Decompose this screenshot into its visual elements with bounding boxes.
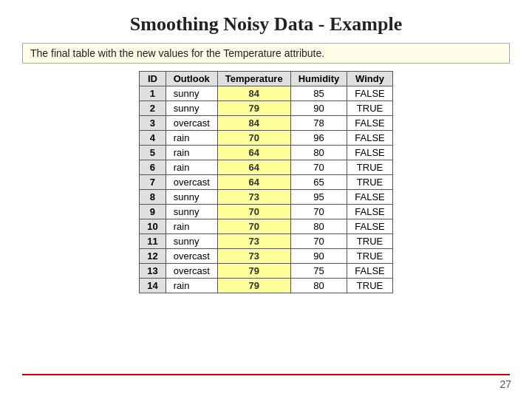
cell-temperature: 70 xyxy=(217,205,290,219)
cell-id: 11 xyxy=(140,234,166,249)
cell-id: 5 xyxy=(140,146,166,160)
col-header-windy: Windy xyxy=(347,72,392,86)
table-row: 10rain7080FALSE xyxy=(140,219,393,234)
cell-windy: FALSE xyxy=(347,190,392,205)
cell-humidity: 95 xyxy=(290,190,347,205)
table-row: 11sunny7370TRUE xyxy=(140,234,393,249)
cell-windy: FALSE xyxy=(347,146,392,160)
cell-temperature: 73 xyxy=(217,249,290,264)
cell-temperature: 84 xyxy=(217,86,290,101)
table-row: 5rain6480FALSE xyxy=(140,146,393,160)
table-row: 7overcast6465TRUE xyxy=(140,175,393,190)
cell-windy: FALSE xyxy=(347,205,392,219)
cell-outlook: rain xyxy=(166,131,217,146)
cell-outlook: sunny xyxy=(166,101,217,116)
cell-outlook: overcast xyxy=(166,249,217,264)
cell-outlook: rain xyxy=(166,146,217,160)
cell-windy: TRUE xyxy=(347,249,392,264)
table-row: 3overcast8478FALSE xyxy=(140,116,393,131)
table-row: 6rain6470TRUE xyxy=(140,160,393,175)
cell-temperature: 79 xyxy=(217,264,290,279)
cell-humidity: 90 xyxy=(290,249,347,264)
cell-humidity: 90 xyxy=(290,101,347,116)
cell-windy: TRUE xyxy=(347,279,392,293)
page-title: Smoothing Noisy Data - Example xyxy=(0,0,532,43)
cell-id: 10 xyxy=(140,219,166,234)
bottom-line xyxy=(22,374,510,375)
cell-windy: TRUE xyxy=(347,234,392,249)
cell-windy: FALSE xyxy=(347,131,392,146)
cell-id: 3 xyxy=(140,116,166,131)
cell-outlook: sunny xyxy=(166,190,217,205)
table-row: 14rain7980TRUE xyxy=(140,279,393,293)
col-header-temperature: Temperature xyxy=(217,72,290,86)
cell-temperature: 79 xyxy=(217,279,290,293)
data-table-wrapper: ID Outlook Temperature Humidity Windy 1s… xyxy=(0,71,532,293)
cell-temperature: 73 xyxy=(217,190,290,205)
table-row: 13overcast7975FALSE xyxy=(140,264,393,279)
cell-humidity: 78 xyxy=(290,116,347,131)
cell-outlook: rain xyxy=(166,219,217,234)
cell-outlook: sunny xyxy=(166,205,217,219)
cell-outlook: rain xyxy=(166,279,217,293)
cell-windy: FALSE xyxy=(347,86,392,101)
cell-id: 14 xyxy=(140,279,166,293)
cell-humidity: 70 xyxy=(290,160,347,175)
cell-outlook: sunny xyxy=(166,234,217,249)
cell-windy: FALSE xyxy=(347,116,392,131)
cell-windy: TRUE xyxy=(347,160,392,175)
cell-humidity: 75 xyxy=(290,264,347,279)
subtitle-box: The final table with the new values for … xyxy=(22,43,510,64)
cell-id: 8 xyxy=(140,190,166,205)
cell-outlook: overcast xyxy=(166,175,217,190)
table-row: 12overcast7390TRUE xyxy=(140,249,393,264)
cell-windy: FALSE xyxy=(347,264,392,279)
col-header-outlook: Outlook xyxy=(166,72,217,86)
cell-humidity: 85 xyxy=(290,86,347,101)
table-row: 4rain7096FALSE xyxy=(140,131,393,146)
cell-temperature: 84 xyxy=(217,116,290,131)
cell-outlook: rain xyxy=(166,160,217,175)
cell-windy: TRUE xyxy=(347,175,392,190)
cell-id: 7 xyxy=(140,175,166,190)
cell-humidity: 80 xyxy=(290,279,347,293)
cell-id: 1 xyxy=(140,86,166,101)
table-row: 8sunny7395FALSE xyxy=(140,190,393,205)
cell-humidity: 70 xyxy=(290,205,347,219)
cell-humidity: 65 xyxy=(290,175,347,190)
cell-temperature: 70 xyxy=(217,131,290,146)
table-row: 1sunny8485FALSE xyxy=(140,86,393,101)
page-number: 27 xyxy=(499,378,511,390)
cell-id: 4 xyxy=(140,131,166,146)
table-row: 9sunny7070FALSE xyxy=(140,205,393,219)
cell-outlook: sunny xyxy=(166,86,217,101)
cell-id: 6 xyxy=(140,160,166,175)
cell-windy: TRUE xyxy=(347,101,392,116)
cell-temperature: 73 xyxy=(217,234,290,249)
cell-temperature: 64 xyxy=(217,160,290,175)
cell-windy: FALSE xyxy=(347,219,392,234)
table-row: 2sunny7990TRUE xyxy=(140,101,393,116)
cell-temperature: 64 xyxy=(217,146,290,160)
cell-temperature: 70 xyxy=(217,219,290,234)
cell-outlook: overcast xyxy=(166,116,217,131)
cell-humidity: 80 xyxy=(290,146,347,160)
col-header-id: ID xyxy=(140,72,166,86)
data-table: ID Outlook Temperature Humidity Windy 1s… xyxy=(139,71,393,293)
cell-id: 12 xyxy=(140,249,166,264)
cell-humidity: 96 xyxy=(290,131,347,146)
cell-id: 9 xyxy=(140,205,166,219)
cell-temperature: 79 xyxy=(217,101,290,116)
cell-id: 13 xyxy=(140,264,166,279)
cell-id: 2 xyxy=(140,101,166,116)
col-header-humidity: Humidity xyxy=(290,72,347,86)
cell-humidity: 70 xyxy=(290,234,347,249)
cell-outlook: overcast xyxy=(166,264,217,279)
cell-humidity: 80 xyxy=(290,219,347,234)
cell-temperature: 64 xyxy=(217,175,290,190)
